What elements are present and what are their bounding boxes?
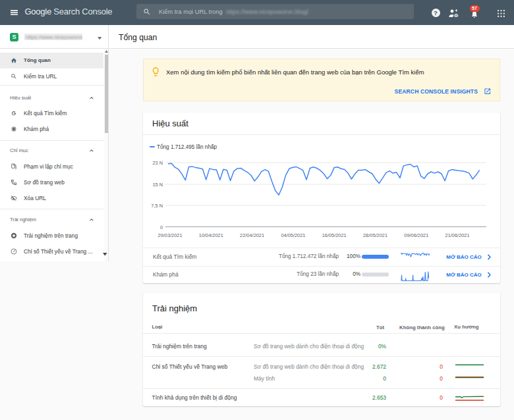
svg-text:10/04/2021: 10/04/2021 (199, 232, 223, 238)
svg-text:04/05/2021: 04/05/2021 (281, 232, 305, 238)
svg-text:21/06/2021: 21/06/2021 (445, 232, 470, 238)
svg-text:29/03/2021: 29/03/2021 (158, 232, 183, 238)
svg-text:0: 0 (160, 224, 163, 230)
svg-text:23 N: 23 N (152, 160, 163, 166)
svg-text:7,5 N: 7,5 N (151, 203, 163, 209)
svg-text:16/05/2021: 16/05/2021 (322, 232, 347, 238)
svg-text:28/05/2021: 28/05/2021 (363, 232, 387, 238)
svg-text:15 N: 15 N (152, 182, 163, 188)
svg-text:22/04/2021: 22/04/2021 (240, 232, 264, 238)
svg-text:09/06/2021: 09/06/2021 (404, 232, 428, 238)
